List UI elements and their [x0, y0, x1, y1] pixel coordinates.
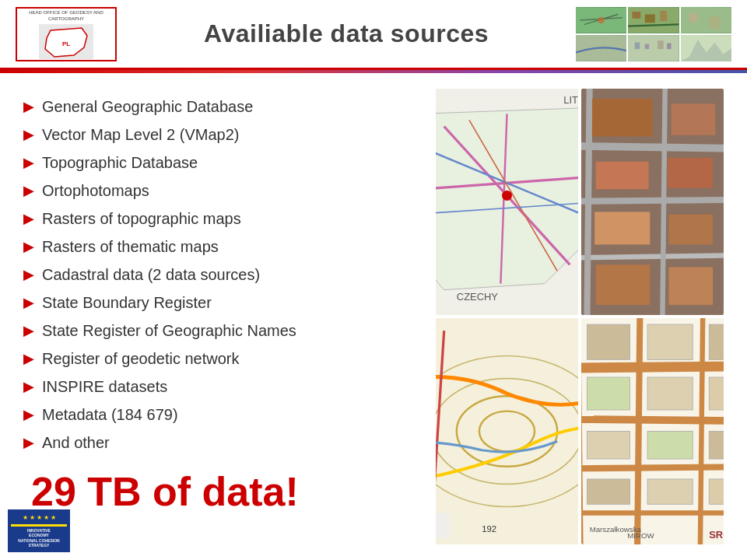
svg-text:CZECHY: CZECHY: [457, 291, 499, 303]
bullet-text: Rasters of topographic maps: [42, 208, 241, 229]
logo-text: HEAD OFFICE OF GEODESY AND CARTOGRAPHY: [17, 9, 115, 24]
svg-text:MIROW: MIROW: [627, 531, 654, 540]
svg-rect-20: [667, 43, 671, 49]
arrow-icon: ▶: [23, 406, 34, 424]
bullet-item: ▶Register of geodetic network: [23, 348, 420, 369]
bullet-text: And other: [42, 432, 110, 453]
bullet-text: Vector Map Level 2 (VMap2): [42, 124, 239, 145]
arrow-icon: ▶: [23, 182, 34, 200]
svg-text:LITWA: LITWA: [563, 94, 578, 106]
big-data-text: 29 TB of data!: [31, 468, 420, 515]
eu-logo: ★ ★ ★ ★ ★ INNOVATIVE ECONOMY NATIONAL CO…: [8, 509, 70, 552]
bullet-text: Ortophotomaps: [42, 180, 149, 201]
svg-rect-8: [633, 12, 641, 19]
eu-star: ★: [44, 514, 49, 521]
svg-rect-96: [709, 479, 724, 504]
arrow-icon: ▶: [23, 238, 34, 256]
svg-rect-46: [672, 103, 716, 135]
header-images: [576, 7, 731, 61]
svg-rect-90: [587, 432, 630, 460]
svg-rect-83: [647, 324, 693, 359]
svg-rect-94: [587, 479, 630, 504]
eu-star: ★: [23, 514, 28, 521]
svg-rect-12: [681, 7, 731, 33]
svg-rect-19: [658, 40, 664, 49]
bottom-bar: ★ ★ ★ ★ ★ INNOVATIVE ECONOMY NATIONAL CO…: [8, 509, 70, 552]
svg-rect-71: [436, 513, 451, 538]
arrow-icon: ▶: [23, 350, 34, 368]
bullet-list: ▶General Geographic Database▶Vector Map …: [23, 96, 420, 460]
svg-rect-45: [592, 99, 653, 137]
svg-line-79: [637, 318, 640, 544]
arrow-icon: ▶: [23, 154, 34, 172]
eu-star: ★: [51, 514, 56, 521]
svg-point-6: [598, 16, 605, 23]
header-img-1: [576, 7, 626, 33]
svg-rect-54: [669, 215, 714, 245]
svg-line-42: [662, 89, 665, 315]
bullet-item: ▶State Register of Geographic Names: [23, 320, 420, 341]
main-content: ▶General Geographic Database▶Vector Map …: [0, 73, 747, 560]
bullet-item: ▶INSPIRE datasets: [23, 376, 420, 397]
header-img-4: [576, 35, 626, 61]
svg-rect-82: [587, 324, 630, 359]
svg-rect-91: [647, 432, 693, 460]
svg-rect-10: [661, 11, 668, 21]
bullet-text: State Register of Geographic Names: [42, 320, 296, 341]
svg-rect-95: [647, 479, 693, 504]
svg-rect-53: [594, 212, 650, 244]
bullet-text: General Geographic Database: [42, 96, 253, 117]
svg-line-80: [700, 318, 703, 544]
eu-star: ★: [37, 514, 42, 521]
svg-line-41: [587, 89, 589, 315]
svg-line-40: [581, 254, 724, 258]
right-panel: LITWA CZECHY GUGiK: [428, 89, 724, 544]
arrow-icon: ▶: [23, 294, 34, 312]
svg-rect-86: [587, 377, 630, 410]
svg-rect-84: [709, 324, 724, 359]
svg-point-13: [688, 12, 698, 23]
svg-rect-88: [709, 377, 724, 410]
bullet-text: INSPIRE datasets: [42, 376, 167, 397]
svg-rect-50: [668, 158, 713, 188]
logo-box: HEAD OFFICE OF GEODESY AND CARTOGRAPHY P…: [16, 7, 117, 61]
map-topographic: 131 929 882 191 192 Skala 1:10000: [436, 318, 578, 544]
bullet-item: ▶Metadata (184 679): [23, 404, 420, 425]
arrow-icon: ▶: [23, 210, 34, 228]
arrow-icon: ▶: [23, 126, 34, 144]
bullet-text: Topographic Database: [42, 152, 198, 173]
page-title: Availiable data sources: [117, 19, 576, 48]
eu-stars: ★ ★ ★ ★ ★: [23, 514, 56, 521]
svg-point-14: [708, 16, 721, 29]
header-img-3: [681, 7, 731, 33]
svg-point-31: [502, 191, 512, 201]
eu-star: ★: [30, 514, 35, 521]
bullet-item: ▶State Boundary Register: [23, 292, 420, 313]
svg-rect-17: [635, 42, 640, 49]
svg-line-39: [581, 199, 724, 201]
map-orthophoto: [581, 89, 724, 315]
bullet-item: ▶Rasters of thematic maps: [23, 236, 420, 257]
left-panel: ▶General Geographic Database▶Vector Map …: [23, 89, 428, 544]
bullet-item: ▶Ortophotomaps: [23, 180, 420, 201]
arrow-icon: ▶: [23, 266, 34, 284]
header-img-6: [681, 35, 731, 61]
arrow-icon: ▶: [23, 434, 34, 452]
logo-map-svg: PL: [39, 24, 93, 59]
bullet-text: Cadastral data (2 data sources): [42, 264, 260, 285]
bullet-text: State Boundary Register: [42, 292, 212, 313]
svg-rect-87: [647, 377, 693, 410]
svg-rect-58: [669, 268, 714, 306]
map-urban: SRODMIE... Marszałkowska MIROW: [581, 318, 724, 544]
bullet-item: ▶General Geographic Database: [23, 96, 420, 117]
bullet-item: ▶Topographic Database: [23, 152, 420, 173]
eu-flag-bar: [11, 524, 67, 527]
svg-text:PL: PL: [62, 40, 70, 47]
bullet-item: ▶And other: [23, 432, 420, 453]
bullet-item: ▶Rasters of topographic maps: [23, 208, 420, 229]
svg-text:192: 192: [482, 524, 496, 534]
bullet-item: ▶Vector Map Level 2 (VMap2): [23, 124, 420, 145]
arrow-icon: ▶: [23, 378, 34, 396]
eu-label3: NATIONAL COHESION STRATEGY: [11, 538, 67, 548]
header-img-2: [628, 7, 679, 33]
